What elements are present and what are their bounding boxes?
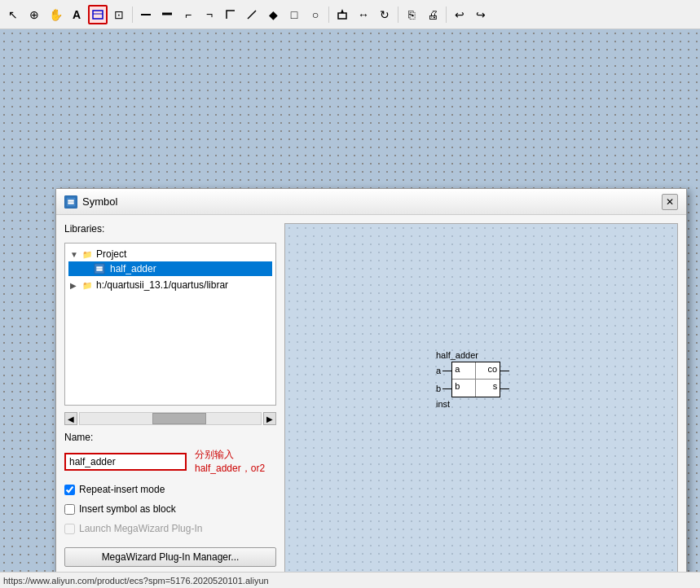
dialog-icon bbox=[64, 195, 77, 208]
redo-btn[interactable]: ↪ bbox=[471, 5, 491, 24]
tree-item-half-adder[interactable]: half_adder bbox=[68, 261, 272, 276]
tree-item-library[interactable]: ▶ 📁 h:/quartusii_13.1/quartus/librar bbox=[68, 278, 272, 292]
statusbar-text: https://www.aliyun.com/product/ecs?spm=5… bbox=[3, 576, 269, 586]
annotation-text: 分别输入half_adder，or2 bbox=[195, 448, 276, 476]
symbol-dialog: Symbol ✕ Libraries: ▼ 📁 Project bbox=[55, 188, 687, 588]
scroll-track[interactable] bbox=[79, 412, 262, 425]
rect-tool-btn[interactable]: □ bbox=[284, 5, 304, 24]
cell-s: s bbox=[476, 380, 500, 397]
dialog-titlebar: Symbol ✕ bbox=[56, 189, 686, 215]
left-panel: Libraries: ▼ 📁 Project bbox=[64, 223, 276, 581]
expand-icon-project: ▼ bbox=[70, 250, 80, 259]
libraries-label: Libraries: bbox=[64, 223, 276, 235]
flip-btn[interactable]: ↔ bbox=[354, 5, 373, 24]
port-s-wire bbox=[500, 388, 509, 389]
half-adder-label: half_adder bbox=[110, 263, 156, 274]
node-tool-btn[interactable]: ◆ bbox=[263, 5, 283, 24]
folder-icon-library: 📁 bbox=[82, 281, 92, 290]
scroll-right-btn[interactable]: ▶ bbox=[263, 412, 276, 425]
dialog-close-btn[interactable]: ✕ bbox=[662, 194, 678, 210]
launch-megawizard-checkbox[interactable] bbox=[64, 524, 75, 534]
cell-co: co bbox=[476, 362, 500, 380]
sep2 bbox=[328, 7, 329, 23]
insert-block-checkbox[interactable] bbox=[64, 504, 75, 515]
port-co bbox=[500, 371, 509, 371]
name-input[interactable] bbox=[64, 453, 187, 471]
expand-icon-library: ▶ bbox=[70, 281, 80, 290]
tree-item-project[interactable]: ▼ 📁 Project bbox=[68, 247, 272, 261]
bus-tool-btn[interactable] bbox=[157, 5, 177, 24]
repeat-insert-row: Repeat-insert mode bbox=[64, 484, 276, 495]
scroll-left-btn[interactable]: ◀ bbox=[64, 412, 77, 425]
port-a: a bbox=[436, 366, 452, 375]
svg-rect-0 bbox=[93, 11, 103, 19]
port-s bbox=[500, 388, 509, 389]
corner3-btn[interactable] bbox=[221, 5, 240, 24]
line-tool-btn[interactable] bbox=[242, 5, 262, 24]
corner2-btn[interactable]: ¬ bbox=[200, 5, 219, 24]
undo-btn[interactable]: ↩ bbox=[450, 5, 469, 24]
symbol-tool-btn[interactable] bbox=[88, 5, 108, 24]
sep3 bbox=[398, 7, 398, 23]
svg-marker-6 bbox=[341, 9, 344, 13]
launch-megawizard-row: Launch MegaWizard Plug-In bbox=[64, 523, 276, 534]
name-label: Name: bbox=[64, 432, 276, 443]
zoom-tool-btn[interactable]: ⊕ bbox=[24, 5, 44, 24]
expand-icon-half-adder bbox=[81, 265, 91, 274]
instance-label: inst bbox=[436, 399, 509, 409]
preview-panel: half_adder a b bbox=[284, 223, 678, 581]
tree-scrollbar: ◀ ▶ bbox=[64, 412, 276, 425]
port-b-label: b bbox=[436, 384, 441, 393]
port-b: b bbox=[436, 384, 452, 393]
select-tool-btn[interactable]: ↖ bbox=[3, 5, 23, 24]
library-node-label: h:/quartusii_13.1/quartus/librar bbox=[96, 279, 228, 291]
move-btn[interactable] bbox=[332, 5, 352, 24]
insert-block-label: Insert symbol as block bbox=[79, 503, 176, 515]
port-a-label: a bbox=[436, 366, 441, 375]
pan-tool-btn[interactable]: ✋ bbox=[46, 5, 65, 24]
symbol-box: a co b s bbox=[451, 362, 500, 397]
name-row: 分别输入half_adder，or2 bbox=[64, 448, 276, 476]
megawizard-btn[interactable]: MegaWizard Plug-In Manager... bbox=[64, 547, 276, 567]
dialog-title-left: Symbol bbox=[64, 195, 117, 208]
libraries-tree[interactable]: ▼ 📁 Project half_adder bbox=[64, 243, 276, 406]
right-ports bbox=[500, 362, 509, 397]
text-tool-btn[interactable]: A bbox=[67, 5, 86, 24]
file-icon-half-adder bbox=[94, 263, 105, 274]
symbol-preview: half_adder a b bbox=[436, 350, 509, 409]
pin-tool-btn[interactable]: ⊡ bbox=[109, 5, 129, 24]
rotate-btn[interactable]: ↻ bbox=[375, 5, 394, 24]
port-co-wire bbox=[500, 371, 509, 371]
left-ports: a b bbox=[436, 362, 452, 397]
name-section: Name: 分别输入half_adder，or2 bbox=[64, 432, 276, 476]
dialog-title-text: Symbol bbox=[82, 195, 117, 208]
scroll-thumb bbox=[152, 413, 207, 424]
dialog-body: Libraries: ▼ 📁 Project bbox=[56, 215, 686, 588]
repeat-insert-checkbox[interactable] bbox=[64, 485, 75, 495]
wire-tool-btn[interactable] bbox=[136, 5, 156, 24]
print-btn[interactable]: 🖨 bbox=[423, 5, 442, 24]
cell-b: b bbox=[452, 380, 476, 397]
launch-megawizard-label: Launch MegaWizard Plug-In bbox=[79, 523, 202, 534]
canvas-area[interactable]: Symbol ✕ Libraries: ▼ 📁 Project bbox=[0, 29, 700, 588]
cell-a: a bbox=[452, 362, 476, 380]
svg-rect-5 bbox=[338, 13, 346, 19]
symbol-diagram: a b a co b bbox=[436, 362, 509, 397]
insert-as-block-row: Insert symbol as block bbox=[64, 503, 276, 515]
corner1-btn[interactable]: ⌐ bbox=[178, 5, 198, 24]
sep4 bbox=[446, 7, 447, 23]
svg-line-4 bbox=[248, 11, 256, 19]
copy-btn[interactable]: ⎘ bbox=[402, 5, 421, 24]
sep1 bbox=[132, 7, 133, 23]
toolbar: ↖ ⊕ ✋ A ⊡ ⌐ ¬ ◆ □ ○ ↔ ↻ ⎘ 🖨 ↩ ↪ bbox=[0, 0, 700, 29]
project-node-label: Project bbox=[96, 248, 126, 260]
statusbar: https://www.aliyun.com/product/ecs?spm=5… bbox=[0, 572, 700, 588]
ellipse-tool-btn[interactable]: ○ bbox=[306, 5, 325, 24]
symbol-name-label: half_adder bbox=[436, 350, 509, 360]
folder-icon-project: 📁 bbox=[82, 250, 92, 259]
repeat-insert-label: Repeat-insert mode bbox=[79, 484, 165, 495]
